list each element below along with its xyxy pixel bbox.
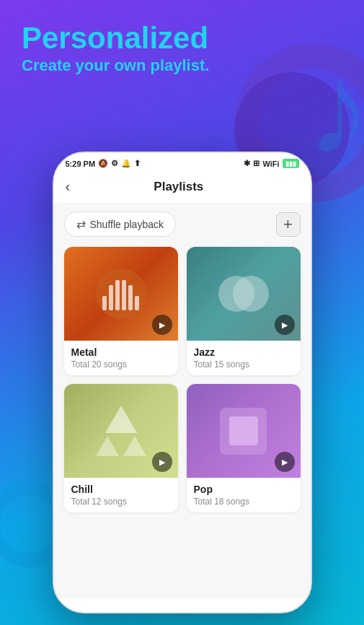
playlist-name-chill: Chill <box>71 484 171 495</box>
playlist-info-metal: Metal Total 20 songs <box>64 341 178 375</box>
bar-3 <box>115 280 120 310</box>
playlist-thumb-metal: ▶ <box>64 247 178 341</box>
playlist-info-pop: Pop Total 18 songs <box>187 478 301 512</box>
play-button-pop[interactable]: ▶ <box>275 452 295 472</box>
add-icon: + <box>283 215 293 234</box>
jazz-art <box>218 276 269 312</box>
playlist-count-chill: Total 12 songs <box>71 497 171 507</box>
metal-art <box>96 268 146 319</box>
playlist-count-jazz: Total 15 songs <box>194 359 293 370</box>
bar-4 <box>122 280 126 310</box>
wifi-icon: WiFi <box>262 159 279 168</box>
battery-icon: ▮▮▮ <box>283 159 299 168</box>
bluetooth-icon: ✱ <box>244 159 250 168</box>
content-area: ⇄ Shuffle playback + <box>54 204 311 598</box>
shuffle-row: ⇄ Shuffle playback + <box>64 211 301 237</box>
playlist-thumb-pop: ▶ <box>187 384 301 478</box>
playlist-thumb-chill: ▶ <box>64 384 178 478</box>
shuffle-icon: ⇄ <box>76 217 86 231</box>
music-note-icon: ♪ <box>306 43 364 173</box>
nav-bar: ‹ Playlists <box>54 171 311 204</box>
playlist-card-metal[interactable]: ▶ Metal Total 20 songs <box>64 247 178 375</box>
settings-icon: ⚙ <box>111 159 118 168</box>
phone-frame: 5:29 PM 🔕 ⚙ 🔔 ⬆ ✱ ⊞ WiFi ▮▮▮ ‹ Playlists <box>53 152 312 613</box>
header-section: Personalized Create your own playlist. <box>22 22 209 77</box>
power-icon: ⬆ <box>134 159 141 168</box>
triangle-small-1 <box>96 436 119 456</box>
playlist-card-chill[interactable]: ▶ Chill Total 12 songs <box>64 384 178 512</box>
playlist-info-jazz: Jazz Total 15 songs <box>187 341 301 375</box>
nav-title: Playlists <box>76 180 281 194</box>
bar-6 <box>135 296 139 310</box>
phone-notch <box>177 153 187 163</box>
header-title: Personalized <box>22 22 209 55</box>
playlist-info-chill: Chill Total 12 songs <box>64 478 178 512</box>
mute-icon: 🔕 <box>98 159 108 168</box>
playlist-grid: ▶ Metal Total 20 songs ▶ <box>64 247 301 512</box>
playlist-count-metal: Total 20 songs <box>71 359 171 370</box>
status-bar-right: ✱ ⊞ WiFi ▮▮▮ <box>244 159 298 168</box>
shuffle-label: Shuffle playback <box>90 219 164 230</box>
jazz-circle-2 <box>233 276 269 312</box>
back-button[interactable]: ‹ <box>66 177 76 196</box>
phone-wrapper: 5:29 PM 🔕 ⚙ 🔔 ⬆ ✱ ⊞ WiFi ▮▮▮ ‹ Playlists <box>53 152 312 613</box>
header-subtitle: Create your own playlist. <box>22 55 209 77</box>
playlist-name-pop: Pop <box>194 484 293 495</box>
status-time: 5:29 PM <box>66 159 96 168</box>
triangles-row <box>96 436 146 456</box>
playlist-card-jazz[interactable]: ▶ Jazz Total 15 songs <box>187 247 301 375</box>
playlist-thumb-jazz: ▶ <box>187 247 301 341</box>
triangle-small-2 <box>123 436 146 456</box>
triangle-large <box>105 406 137 433</box>
add-playlist-button[interactable]: + <box>276 212 301 237</box>
status-bar-left: 5:29 PM 🔕 ⚙ 🔔 ⬆ <box>66 159 141 168</box>
bar-2 <box>109 285 113 310</box>
image-icon: ⊞ <box>253 159 259 168</box>
bar-5 <box>128 285 133 310</box>
play-button-jazz[interactable]: ▶ <box>275 315 295 335</box>
play-button-metal[interactable]: ▶ <box>152 315 172 335</box>
playlist-count-pop: Total 18 songs <box>194 497 293 507</box>
playlist-name-jazz: Jazz <box>194 346 293 358</box>
metal-bars <box>102 278 139 310</box>
notification-icon: 🔔 <box>121 159 131 168</box>
play-button-chill[interactable]: ▶ <box>152 452 172 472</box>
playlist-name-metal: Metal <box>71 346 171 358</box>
pop-art <box>220 408 267 455</box>
shuffle-playback-button[interactable]: ⇄ Shuffle playback <box>64 211 176 237</box>
pop-inner <box>229 416 258 445</box>
playlist-card-pop[interactable]: ▶ Pop Total 18 songs <box>187 384 301 512</box>
chill-art <box>96 406 146 456</box>
bar-1 <box>102 296 107 310</box>
